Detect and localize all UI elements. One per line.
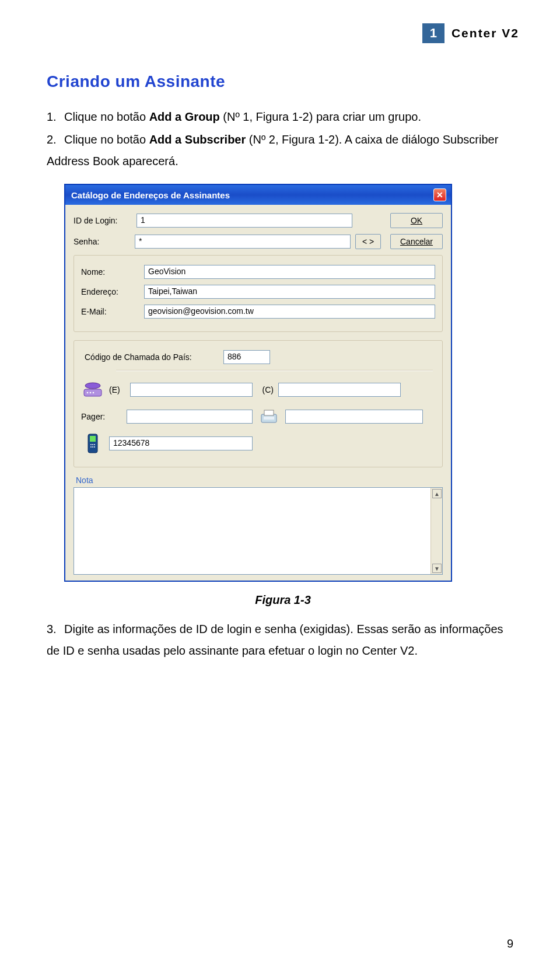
- row-password: Senha: * < > Cancelar: [74, 234, 443, 249]
- step-1: 1.Clique no botão Add a Group (Nº 1, Fig…: [47, 106, 519, 128]
- svg-rect-6: [264, 410, 274, 415]
- phone-e-field[interactable]: [130, 383, 253, 397]
- phone-c-field[interactable]: [278, 383, 401, 397]
- note-content: [74, 488, 430, 574]
- scroll-down-icon[interactable]: ▼: [432, 564, 442, 573]
- label-phone-c: (C): [257, 385, 274, 394]
- label-name: Nome:: [81, 267, 139, 277]
- login-id-field[interactable]: 1: [136, 214, 352, 228]
- page-header: 1 Center V2: [47, 23, 519, 43]
- contact-group: Nome: GeoVision Endereço: Taipei,Taiwan …: [74, 255, 443, 332]
- label-note: Nota: [76, 476, 443, 485]
- label-pager: Pager:: [81, 412, 122, 421]
- steps-list: 1.Clique no botão Add a Group (Nº 1, Fig…: [47, 106, 519, 172]
- svg-rect-7: [264, 417, 274, 420]
- step-bold: Add a Group: [149, 110, 220, 123]
- fax-icon: [257, 406, 281, 427]
- phone-group: Código de Chamada do País: 886 (E) (C): [74, 340, 443, 467]
- dialog-title-text: Catálogo de Endereços de Assinantes: [71, 190, 230, 200]
- chapter-title: Center V2: [452, 26, 519, 40]
- pager-field[interactable]: [127, 410, 253, 424]
- step-3: 3.Digite as informações de ID de login e…: [47, 618, 519, 662]
- step-text-post: (Nº 1, Figura 1-2) para criar um grupo.: [220, 110, 421, 123]
- section-title: Criando um Assinante: [47, 72, 519, 91]
- ok-label: OK: [411, 216, 422, 225]
- step-number: 1.: [47, 106, 64, 128]
- country-code-field[interactable]: 886: [223, 350, 270, 364]
- cancel-button[interactable]: Cancelar: [390, 234, 443, 249]
- svg-point-15: [94, 446, 95, 448]
- label-country-code: Código de Chamada do País:: [85, 352, 219, 362]
- chapter-number-box: 1: [422, 23, 444, 43]
- close-icon: ✕: [436, 190, 443, 200]
- mobile-icon: [81, 433, 104, 454]
- ok-button[interactable]: OK: [390, 213, 443, 228]
- fax-field[interactable]: [285, 410, 423, 424]
- label-login-id: ID de Login:: [74, 216, 132, 225]
- label-email: E-Mail:: [81, 307, 139, 316]
- swap-button[interactable]: < >: [355, 234, 381, 249]
- svg-point-4: [93, 392, 94, 394]
- figure-caption: Figura 1-3: [47, 593, 519, 607]
- page-number: 9: [507, 937, 513, 950]
- svg-point-2: [87, 392, 89, 394]
- telephone-icon: [81, 379, 104, 400]
- scrollbar[interactable]: ▲ ▼: [430, 488, 442, 574]
- svg-rect-9: [90, 436, 96, 442]
- label-password: Senha:: [74, 237, 130, 246]
- step-2: 2.Clique no botão Add a Subscriber (Nº 2…: [47, 129, 519, 172]
- scroll-up-icon[interactable]: ▲: [432, 489, 442, 498]
- steps-list-continued: 3.Digite as informações de ID de login e…: [47, 618, 519, 662]
- row-login-id: ID de Login: 1 OK: [74, 213, 443, 228]
- dialog-figure: Catálogo de Endereços de Assinantes ✕ ID…: [64, 184, 519, 582]
- svg-point-1: [85, 383, 100, 389]
- note-textarea[interactable]: ▲ ▼: [74, 487, 443, 575]
- name-field[interactable]: GeoVision: [144, 265, 435, 279]
- svg-point-13: [90, 446, 92, 448]
- close-button[interactable]: ✕: [433, 188, 446, 201]
- email-field[interactable]: geovision@geovision.com.tw: [144, 305, 435, 319]
- svg-point-11: [92, 444, 93, 445]
- dialog-titlebar[interactable]: Catálogo de Endereços de Assinantes ✕: [65, 185, 451, 205]
- password-field[interactable]: *: [135, 235, 351, 249]
- cancel-label: Cancelar: [400, 237, 433, 246]
- step-text-pre: Clique no botão: [64, 133, 149, 146]
- step-number: 3.: [47, 618, 64, 640]
- label-phone-e: (E): [109, 385, 125, 394]
- address-field[interactable]: Taipei,Taiwan: [144, 285, 435, 299]
- subscriber-address-book-dialog: Catálogo de Endereços de Assinantes ✕ ID…: [64, 184, 452, 582]
- svg-point-12: [94, 444, 95, 445]
- label-address: Endereço:: [81, 287, 139, 296]
- step-text: Digite as informações de ID de login e s…: [47, 623, 503, 657]
- svg-point-10: [90, 444, 92, 445]
- svg-point-3: [90, 392, 92, 394]
- svg-point-14: [92, 446, 93, 448]
- mobile-field[interactable]: 12345678: [109, 436, 253, 450]
- divider: [116, 370, 433, 371]
- step-number: 2.: [47, 129, 64, 151]
- step-text-pre: Clique no botão: [64, 110, 149, 123]
- step-bold: Add a Subscriber: [149, 133, 246, 146]
